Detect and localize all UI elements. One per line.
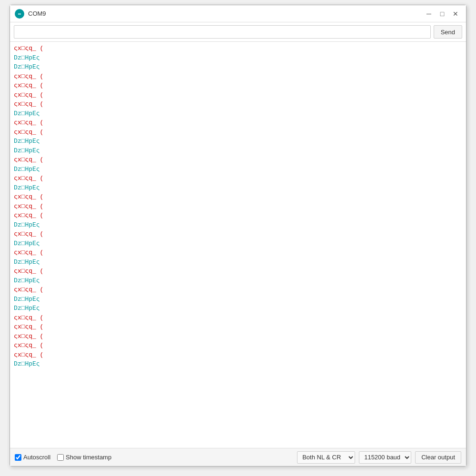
output-line: ςx□ςq_ (	[14, 118, 462, 128]
output-line: ςx□ςq_ (	[14, 72, 462, 81]
output-line: ςx□ςq_ (	[14, 155, 462, 165]
output-line: Dz□HpEς	[14, 109, 462, 119]
output-line: ςx□ςq_ (	[14, 332, 462, 341]
output-line: ςx□ςq_ (	[14, 248, 462, 258]
output-line: ςx□ςq_ (	[14, 192, 462, 202]
output-line: ςx□ςq_ (	[14, 229, 462, 239]
output-line: Dz□HpEς	[14, 359, 462, 369]
output-line: ςx□ςq_ (	[14, 44, 462, 53]
output-line: Dz□HpEς	[14, 258, 462, 267]
show-timestamp-checkbox-wrap[interactable]: Show timestamp	[57, 454, 111, 461]
output-line: ςx□ςq_ (	[14, 211, 462, 220]
output-line: Dz□HpEς	[14, 146, 462, 156]
title-bar: ∞ COM9 ─ □ ✕	[10, 5, 466, 22]
output-line: Dz□HpEς	[14, 137, 462, 146]
output-line: ςx□ςq_ (	[14, 99, 462, 109]
send-button[interactable]: Send	[434, 25, 462, 39]
line-ending-select[interactable]: No line endingNewlineCarriage returnBoth…	[297, 451, 355, 464]
output-line: ςx□ςq_ (	[14, 202, 462, 211]
status-right: No line endingNewlineCarriage returnBoth…	[297, 451, 461, 464]
clear-output-button[interactable]: Clear output	[415, 451, 461, 464]
output-line: Dz□HpEς	[14, 183, 462, 193]
status-left: Autoscroll Show timestamp	[15, 454, 111, 461]
show-timestamp-label: Show timestamp	[66, 454, 111, 461]
window-title: COM9	[28, 10, 46, 17]
output-line: ςx□ςq_ (	[14, 350, 462, 360]
serial-monitor-window: ∞ COM9 ─ □ ✕ Send ςx□ςq_ (Dz□HpEςDz□HpEς…	[10, 5, 466, 466]
autoscroll-checkbox-wrap[interactable]: Autoscroll	[15, 454, 50, 461]
output-line: Dz□HpEς	[14, 239, 462, 248]
output-line: Dz□HpEς	[14, 220, 462, 230]
status-bar: Autoscroll Show timestamp No line ending…	[10, 448, 466, 466]
output-line: Dz□HpEς	[14, 295, 462, 304]
output-line: ςx□ςq_ (	[14, 313, 462, 323]
output-line: ςx□ςq_ (	[14, 81, 462, 90]
output-line: ςx□ςq_ (	[14, 174, 462, 183]
output-line: Dz□HpEς	[14, 165, 462, 174]
output-line: Dz□HpEς	[14, 53, 462, 63]
output-line: ςx□ςq_ (	[14, 322, 462, 332]
output-line: ςx□ςq_ (	[14, 90, 462, 100]
show-timestamp-checkbox[interactable]	[57, 454, 64, 461]
output-line: Dz□HpEς	[14, 276, 462, 286]
serial-input[interactable]	[14, 25, 431, 39]
maximize-button[interactable]: □	[436, 8, 448, 20]
output-line: ςx□ςq_ (	[14, 285, 462, 295]
minimize-button[interactable]: ─	[423, 8, 435, 20]
output-line: ςx□ςq_ (	[14, 341, 462, 350]
close-button[interactable]: ✕	[450, 8, 461, 20]
window-controls: ─ □ ✕	[423, 8, 461, 20]
autoscroll-checkbox[interactable]	[15, 454, 21, 461]
arduino-logo: ∞	[15, 9, 24, 19]
toolbar: Send	[10, 22, 466, 42]
output-line: Dz□HpEς	[14, 62, 462, 72]
baud-rate-select[interactable]: 300 baud1200 baud2400 baud4800 baud9600 …	[359, 451, 411, 464]
title-bar-left: ∞ COM9	[15, 9, 46, 19]
output-line: ςx□ςq_ (	[14, 128, 462, 137]
output-line: Dz□HpEς	[14, 304, 462, 313]
autoscroll-label: Autoscroll	[23, 454, 50, 461]
output-line: ςx□ςq_ (	[14, 267, 462, 276]
serial-output-area[interactable]: ςx□ςq_ (Dz□HpEςDz□HpEςςx□ςq_ (ςx□ςq_ (ςx…	[10, 42, 466, 448]
